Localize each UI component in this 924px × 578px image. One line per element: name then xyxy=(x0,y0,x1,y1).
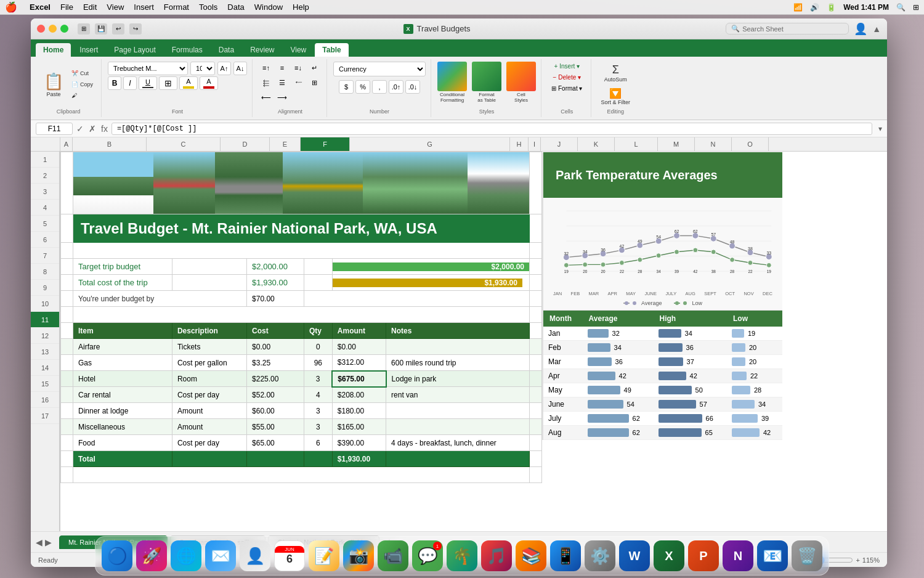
col-header-I[interactable]: I xyxy=(529,137,541,151)
cell-B14[interactable]: Miscellaneous xyxy=(73,419,172,435)
cell-B1-merged[interactable] xyxy=(73,152,530,214)
dock-music[interactable]: 🎵 xyxy=(481,540,512,571)
align-center-button[interactable]: ☰ xyxy=(275,76,290,89)
col-header-amount[interactable]: Amount xyxy=(332,323,386,339)
col-header-G[interactable]: G xyxy=(350,137,510,151)
font-color-button[interactable]: A xyxy=(200,76,218,90)
dock-launchpad[interactable]: 🚀 xyxy=(136,540,167,571)
comma-button[interactable]: , xyxy=(372,80,387,94)
cell-I3[interactable] xyxy=(530,243,542,259)
paste-button[interactable]: 📋 Paste xyxy=(41,70,67,99)
dock-powerpoint[interactable]: P xyxy=(688,540,719,571)
cell-I9[interactable] xyxy=(530,339,542,355)
currency-button[interactable]: $ xyxy=(339,80,354,94)
formula-input[interactable] xyxy=(111,123,872,135)
cell-G16[interactable] xyxy=(386,451,530,467)
col-header-O[interactable]: O xyxy=(732,137,769,151)
format-painter-button[interactable]: 🖌 xyxy=(68,91,96,100)
cell-E6[interactable] xyxy=(304,291,529,307)
align-bottom-button[interactable]: ≡↓ xyxy=(291,62,306,74)
row-num-16[interactable]: 16 xyxy=(31,392,59,408)
cell-D12[interactable]: $52.00 xyxy=(247,387,304,403)
cell-A4[interactable] xyxy=(61,259,73,275)
dock-books[interactable]: 📚 xyxy=(516,540,546,571)
dock-trash[interactable]: 🗑️ xyxy=(792,540,822,571)
percent-button[interactable]: % xyxy=(355,80,370,94)
col-header-F[interactable]: F xyxy=(301,137,350,151)
tab-review[interactable]: Review xyxy=(243,43,282,57)
merge-button[interactable]: ⊞ xyxy=(307,76,322,89)
cell-E14[interactable]: 3 xyxy=(304,419,332,435)
bold-button[interactable]: B xyxy=(108,76,121,90)
cell-A17[interactable] xyxy=(61,467,73,483)
cell-D15[interactable]: $65.00 xyxy=(247,435,304,451)
fill-color-button[interactable]: A xyxy=(179,76,198,90)
cell-B7[interactable] xyxy=(73,307,530,323)
search-bar[interactable]: 🔍 Search Sheet xyxy=(726,23,849,35)
formula-check-icon[interactable]: ✓ xyxy=(76,124,84,134)
cell-F16-total[interactable]: $1,930.00 xyxy=(332,451,386,467)
font-size-select[interactable]: 10 xyxy=(190,62,215,75)
cell-F15[interactable]: $390.00 xyxy=(332,435,386,451)
row-num-9[interactable]: 9 xyxy=(31,280,59,296)
cell-C14[interactable]: Amount xyxy=(172,419,246,435)
cell-E13[interactable]: 3 xyxy=(304,403,332,419)
spreadsheet-title[interactable]: Travel Budget - Mt. Rainier National Par… xyxy=(73,214,530,243)
minimize-button[interactable] xyxy=(49,25,57,33)
dock-contacts[interactable]: 👤 xyxy=(240,540,270,571)
cell-A15[interactable] xyxy=(61,435,73,451)
cell-B17[interactable] xyxy=(73,467,530,483)
cell-F12[interactable]: $208.00 xyxy=(332,387,386,403)
col-header-description[interactable]: Description xyxy=(172,323,246,339)
cell-G11[interactable]: Lodge in park xyxy=(386,371,530,387)
row-num-4[interactable]: 4 xyxy=(31,200,59,216)
cell-D10[interactable]: $3.25 xyxy=(247,355,304,371)
sort-filter-button[interactable]: 🔽 Sort & Filter xyxy=(598,86,633,107)
save-icon[interactable]: 💾 xyxy=(95,23,107,35)
align-right-button[interactable]: ⬳ xyxy=(291,76,306,89)
cell-C12[interactable]: Cost per day xyxy=(172,387,246,403)
cell-E10[interactable]: 96 xyxy=(304,355,332,371)
row-num-15[interactable]: 15 xyxy=(31,376,59,392)
dock-messages[interactable]: 💬 1 xyxy=(412,540,443,571)
cell-A3[interactable] xyxy=(61,243,73,259)
cell-D13[interactable]: $60.00 xyxy=(247,403,304,419)
formula-func-icon[interactable]: fx xyxy=(101,124,108,134)
row-num-1[interactable]: 1 xyxy=(31,152,59,168)
cell-I8[interactable] xyxy=(530,323,542,339)
cell-C16[interactable] xyxy=(172,451,246,467)
cell-E12[interactable]: 4 xyxy=(304,387,332,403)
cell-A6[interactable] xyxy=(61,291,73,307)
cell-F5-progress[interactable]: $1,930.00 xyxy=(332,275,529,291)
col-header-N[interactable]: N xyxy=(695,137,732,151)
cell-I6[interactable] xyxy=(530,291,542,307)
cell-D11[interactable]: $225.00 xyxy=(247,371,304,387)
tab-next-icon[interactable]: ▶ xyxy=(45,537,52,547)
cell-B3[interactable] xyxy=(73,243,530,259)
italic-button[interactable]: I xyxy=(123,76,137,90)
dock-onenote[interactable]: N xyxy=(723,540,753,571)
row-num-2[interactable]: 2 xyxy=(31,168,59,184)
cell-F11-selected[interactable]: $675.00 xyxy=(332,371,386,387)
increase-decimal-button[interactable]: .0↑ xyxy=(389,80,403,94)
insert-button[interactable]: + Insert ▾ xyxy=(550,62,583,71)
indent-increase-button[interactable]: ⟶ xyxy=(275,91,290,104)
cell-D14[interactable]: $55.00 xyxy=(247,419,304,435)
cell-C13[interactable]: Amount xyxy=(172,403,246,419)
cell-B16-total[interactable]: Total xyxy=(73,451,172,467)
cell-I2[interactable] xyxy=(530,214,542,243)
menubar-help[interactable]: Help xyxy=(288,2,314,12)
cell-I11[interactable] xyxy=(530,371,542,387)
cell-A2[interactable] xyxy=(61,214,73,243)
cell-A13[interactable] xyxy=(61,403,73,419)
cell-I4[interactable] xyxy=(530,259,542,275)
tab-formulas[interactable]: Formulas xyxy=(164,43,210,57)
cell-B6-label[interactable]: You're under budget by xyxy=(73,291,247,307)
tab-prev-icon[interactable]: ◀ xyxy=(36,537,43,547)
dock-safari[interactable]: 🌐 xyxy=(171,540,201,571)
tab-view[interactable]: View xyxy=(283,43,314,57)
apple-menu[interactable]: 🍎 xyxy=(5,1,17,13)
cell-D4-amount[interactable]: $2,000.00 xyxy=(247,259,304,275)
row-num-11[interactable]: 11 xyxy=(31,312,59,328)
col-header-notes[interactable]: Notes xyxy=(386,323,530,339)
